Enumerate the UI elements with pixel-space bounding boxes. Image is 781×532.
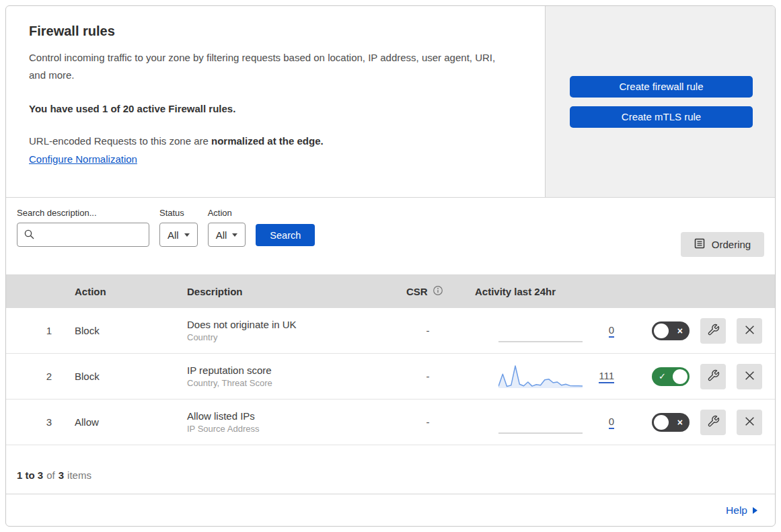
normalization-bold: normalized at the edge. <box>211 135 324 147</box>
rule-fields: Country <box>187 332 391 342</box>
rule-csr: - <box>391 416 465 428</box>
activity-sparkline <box>498 317 583 344</box>
close-icon <box>744 416 755 429</box>
create-mtls-rule-button[interactable]: Create mTLS rule <box>570 106 753 128</box>
info-icon[interactable] <box>433 285 443 298</box>
actions-panel: Create firewall rule Create mTLS rule <box>545 6 775 197</box>
page-title: Firewall rules <box>29 24 518 39</box>
edit-rule-button[interactable] <box>700 410 726 435</box>
filter-bar: Search description... Status All Action <box>6 198 775 274</box>
items-word: items <box>67 469 91 481</box>
search-label: Search description... <box>17 208 149 218</box>
page-description: Control incoming traffic to your zone by… <box>29 49 508 85</box>
status-value: All <box>168 229 179 241</box>
x-icon: × <box>677 416 683 427</box>
rule-priority: 1 <box>6 325 60 336</box>
ordering-button[interactable]: Ordering <box>681 232 764 257</box>
col-csr: CSR <box>391 285 465 298</box>
ordering-label: Ordering <box>712 239 751 250</box>
status-dropdown[interactable]: All <box>159 223 198 247</box>
help-section: Help <box>6 494 775 526</box>
normalization-prefix: URL-encoded Requests to this zone are <box>29 135 211 147</box>
table-row: 1 Block Does not originate in UK Country… <box>6 308 775 354</box>
x-icon: × <box>677 325 683 336</box>
help-link[interactable]: Help <box>726 504 747 517</box>
create-firewall-rule-button[interactable]: Create firewall rule <box>570 76 753 98</box>
rule-action: Block <box>60 325 176 336</box>
wrench-icon <box>707 369 720 384</box>
normalization-note: URL-encoded Requests to this zone are no… <box>29 133 518 149</box>
chevron-down-icon <box>184 233 190 237</box>
items-of: of <box>46 469 55 481</box>
status-label: Status <box>159 208 198 218</box>
action-dropdown[interactable]: All <box>208 223 246 247</box>
action-value: All <box>216 229 227 241</box>
activity-count-link[interactable]: 111 <box>599 370 614 383</box>
toggle-knob <box>654 324 669 338</box>
wrench-icon <box>707 415 720 430</box>
delete-rule-button[interactable] <box>737 410 762 435</box>
rule-fields: IP Source Address <box>187 424 391 434</box>
delete-rule-button[interactable] <box>737 364 762 389</box>
action-label: Action <box>208 208 246 218</box>
activity-sparkline <box>498 409 583 436</box>
table-header: Action Description CSR Activity last 24h… <box>6 274 775 308</box>
rule-enabled-toggle[interactable]: ✓ × <box>652 367 690 386</box>
rule-action: Block <box>60 371 176 382</box>
pagination-summary: 1 to 3 of 3 items <box>6 445 775 494</box>
header-section: Firewall rules Control incoming traffic … <box>6 6 775 198</box>
col-activity: Activity last 24hr <box>465 286 633 297</box>
search-button[interactable]: Search <box>256 224 315 246</box>
search-description-input[interactable] <box>17 223 149 247</box>
rule-csr: - <box>391 371 465 382</box>
usage-note: You have used 1 of 20 active Firewall ru… <box>29 103 518 114</box>
edit-rule-button[interactable] <box>700 318 726 344</box>
table-row: 2 Block IP reputation score Country, Thr… <box>6 354 775 400</box>
configure-normalization-link[interactable]: Configure Normalization <box>29 153 137 165</box>
col-action: Action <box>60 286 176 297</box>
items-range: 1 to 3 <box>17 469 43 481</box>
rule-priority: 3 <box>6 416 60 428</box>
triangle-right-icon <box>753 507 757 514</box>
close-icon <box>744 370 755 383</box>
rule-description: Does not originate in UK <box>187 319 391 330</box>
col-description: Description <box>176 286 391 297</box>
rule-action: Allow <box>60 416 176 428</box>
rule-csr: - <box>391 325 465 336</box>
ordering-icon <box>694 238 705 251</box>
edit-rule-button[interactable] <box>700 364 726 389</box>
csr-header-label: CSR <box>406 286 428 297</box>
delete-rule-button[interactable] <box>737 318 762 344</box>
activity-count-link[interactable]: 0 <box>609 324 614 338</box>
activity-sparkline <box>498 363 583 390</box>
toggle-knob <box>654 415 669 430</box>
rule-enabled-toggle[interactable]: ✓ × <box>652 321 690 340</box>
rule-enabled-toggle[interactable]: ✓ × <box>652 413 690 432</box>
rule-fields: Country, Threat Score <box>187 378 391 388</box>
wrench-icon <box>707 324 720 338</box>
rule-priority: 2 <box>6 371 60 382</box>
table-row: 3 Allow Allow listed IPs IP Source Addre… <box>6 400 775 445</box>
toggle-knob <box>673 369 687 384</box>
items-total: 3 <box>59 469 64 481</box>
chevron-down-icon <box>232 233 237 237</box>
header-text-block: Firewall rules Control incoming traffic … <box>6 6 545 197</box>
rule-description: Allow listed IPs <box>187 410 391 422</box>
rule-description: IP reputation score <box>187 365 391 376</box>
search-icon <box>24 229 35 243</box>
check-icon: ✓ <box>659 371 666 381</box>
close-icon <box>744 324 755 338</box>
activity-count-link[interactable]: 0 <box>609 416 614 429</box>
firewall-rules-card: Firewall rules Control incoming traffic … <box>5 5 776 527</box>
